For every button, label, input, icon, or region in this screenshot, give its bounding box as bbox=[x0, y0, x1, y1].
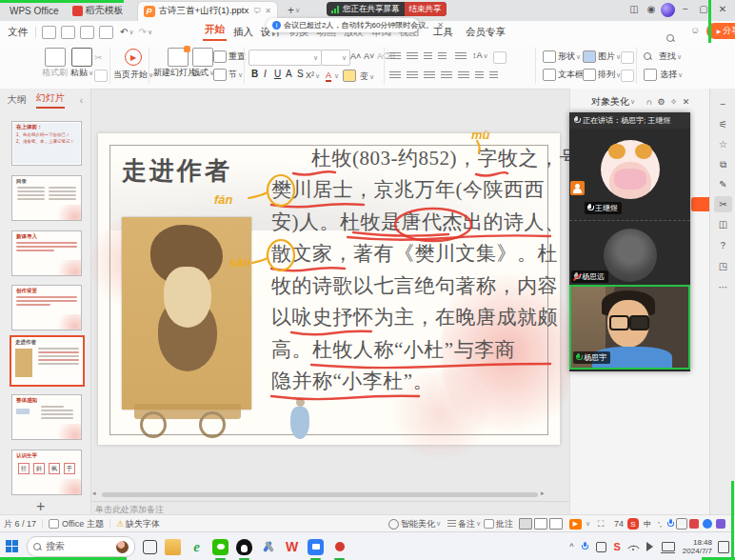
cut-icon[interactable]: ✂ bbox=[94, 52, 102, 63]
stop-sharing-button[interactable]: 结束共享 bbox=[405, 2, 447, 16]
tray-clock[interactable]: 18:48 2024/7/7 bbox=[683, 538, 712, 555]
redo-icon[interactable]: ↷ bbox=[139, 27, 147, 37]
wps-taskbar-icon[interactable]: W bbox=[284, 539, 300, 555]
slide-thumbnail-toc[interactable]: 目录 bbox=[11, 175, 82, 221]
gift-icon[interactable]: ◳ bbox=[714, 258, 732, 274]
underline-button[interactable]: U bbox=[274, 69, 281, 79]
ink-edit-icon[interactable]: ✎ bbox=[714, 176, 732, 192]
tray-expand-icon[interactable]: ^ bbox=[569, 542, 573, 551]
ime-skin-icon[interactable] bbox=[689, 519, 699, 529]
char-spacing-icon[interactable] bbox=[475, 71, 484, 80]
picture-button[interactable]: 图片∨ bbox=[583, 50, 621, 63]
font-color-button[interactable]: A bbox=[326, 70, 331, 82]
tab-outline[interactable]: 大纲 bbox=[8, 93, 27, 107]
slide-body-line[interactable]: 高。杜牧人称“小杜”与李商 bbox=[271, 336, 515, 363]
ime-sync-icon[interactable] bbox=[703, 519, 712, 529]
task-view-button[interactable] bbox=[143, 540, 157, 554]
pin-icon[interactable]: ✧ bbox=[667, 97, 680, 107]
file-explorer-icon[interactable] bbox=[165, 539, 181, 555]
slide-thumbnail-characters[interactable]: 认识生字 径 斜 枫 于 bbox=[11, 450, 82, 495]
paste-button[interactable]: 粘贴∨ bbox=[70, 48, 93, 79]
split-view-icon[interactable]: ◫ bbox=[626, 4, 642, 14]
skin-icon[interactable]: ◉ bbox=[644, 4, 659, 14]
beautify-cta-button-sliver[interactable] bbox=[691, 197, 710, 211]
normal-view-icon[interactable] bbox=[519, 518, 532, 530]
tray-volume-icon[interactable] bbox=[646, 542, 658, 551]
reset-button[interactable]: 重置 bbox=[213, 50, 246, 63]
slide-title[interactable]: 走进作者 bbox=[122, 154, 232, 188]
slide-body-line[interactable]: 牧的诗歌以七言绝句著称，内容 bbox=[271, 272, 558, 299]
slide-thumbnail-perception[interactable]: 整体感知 bbox=[11, 394, 82, 440]
ie-browser-icon[interactable]: e bbox=[189, 539, 205, 555]
ime-keyboard-icon[interactable] bbox=[676, 518, 687, 530]
line-spacing-icon[interactable]: ↕A∨ bbox=[472, 50, 488, 60]
slide-thumbnail-background[interactable]: 创作背景 bbox=[11, 285, 82, 330]
participant-tile-1[interactable]: 王继煜 bbox=[569, 129, 690, 221]
slideshow-play-button[interactable]: ▶ bbox=[569, 519, 582, 530]
comments-button[interactable]: 批注 bbox=[484, 518, 513, 530]
select-button[interactable]: 选择∨ bbox=[644, 69, 683, 81]
align-left-icon[interactable] bbox=[389, 71, 401, 80]
comment-bubble-icon[interactable]: 🗩 bbox=[253, 7, 261, 15]
reading-view-icon[interactable] bbox=[549, 518, 563, 530]
italic-button[interactable]: I bbox=[264, 69, 267, 79]
search-icon[interactable] bbox=[666, 34, 675, 43]
file-menu[interactable]: 文件 bbox=[6, 26, 30, 39]
fit-slide-icon[interactable]: ⛶ bbox=[598, 519, 604, 530]
horizontal-scrollbar[interactable] bbox=[102, 492, 538, 497]
section-button[interactable]: 节∨ bbox=[213, 69, 243, 81]
columns-icon[interactable] bbox=[455, 52, 467, 61]
start-button[interactable] bbox=[6, 540, 19, 553]
distribute-icon[interactable] bbox=[458, 71, 469, 80]
increase-indent-icon[interactable] bbox=[438, 52, 447, 61]
pane-chevron-icon[interactable]: ∨ bbox=[630, 98, 635, 106]
undo-chevron-icon[interactable]: ∨ bbox=[129, 29, 133, 36]
beautify-pane-title[interactable]: 对象美化 bbox=[591, 95, 629, 109]
help-circle-icon[interactable]: ？ bbox=[714, 237, 732, 253]
action-center-icon[interactable] bbox=[718, 541, 729, 553]
settings-gear-icon[interactable]: ⚙ bbox=[655, 97, 667, 107]
bold-button[interactable]: B bbox=[251, 69, 258, 79]
ime-toolbox-icon[interactable] bbox=[716, 519, 725, 529]
add-slide-button[interactable]: + bbox=[36, 498, 45, 515]
align-center-icon[interactable] bbox=[407, 71, 418, 80]
red-app-icon[interactable] bbox=[331, 539, 348, 555]
slide-body-line[interactable]: 隐并称“小李杜”。 bbox=[271, 368, 433, 394]
highlight-color-icon[interactable] bbox=[343, 70, 356, 82]
strike-button[interactable]: A bbox=[286, 69, 292, 79]
tray-ime-icon[interactable] bbox=[596, 542, 606, 552]
more-tools-icon[interactable]: ⋯ bbox=[714, 279, 732, 295]
hscroll-left-icon[interactable]: ◂ bbox=[92, 490, 96, 497]
voov-meeting-icon[interactable] bbox=[308, 539, 324, 555]
text-direction-icon[interactable] bbox=[493, 51, 507, 64]
smart-beautify-button[interactable]: 智能美化∨ bbox=[388, 518, 441, 530]
avatar-insert-icon[interactable] bbox=[621, 51, 634, 64]
tray-battery-icon[interactable] bbox=[662, 542, 675, 551]
tab-member[interactable]: 会员专享 bbox=[464, 26, 507, 39]
zoom-value[interactable]: 74 bbox=[614, 519, 624, 529]
superscript-button[interactable]: X²∨ bbox=[306, 70, 320, 80]
font-size-select[interactable]: ∨ bbox=[321, 50, 350, 66]
sogou-logo-icon[interactable]: S bbox=[627, 518, 639, 530]
justify-icon[interactable] bbox=[441, 71, 452, 80]
undo-icon[interactable]: ↶ bbox=[120, 27, 128, 37]
decrease-indent-icon[interactable] bbox=[424, 52, 432, 61]
close-pane-icon[interactable]: ✕ bbox=[680, 97, 692, 107]
slide-body-line[interactable]: 樊川居士，京兆万年(今陕西西 bbox=[271, 176, 545, 203]
slide-thumbnail-author-selected[interactable]: 走进作者 bbox=[10, 335, 85, 387]
tray-sogou-icon[interactable]: S bbox=[614, 541, 621, 552]
docer-tab[interactable]: 稻壳模板 bbox=[72, 4, 124, 17]
missing-font-label[interactable]: 缺失字体 bbox=[126, 518, 160, 530]
new-tab-button[interactable]: + bbox=[288, 4, 294, 17]
shapes-button[interactable]: 形状∨ bbox=[543, 50, 581, 63]
slide-body-line[interactable]: 安)人。杜牧是唐代杰出的诗人、 bbox=[271, 209, 566, 235]
support-headset-icon[interactable]: ∩ bbox=[643, 97, 655, 107]
participant-tile-3-video[interactable]: 杨思宇 bbox=[569, 285, 690, 370]
minimize-icon[interactable]: − bbox=[678, 4, 693, 14]
font-family-select[interactable]: ∨ bbox=[248, 50, 322, 66]
align-right-icon[interactable] bbox=[424, 71, 435, 80]
sorter-view-icon[interactable] bbox=[534, 518, 547, 530]
wechat-icon[interactable] bbox=[212, 539, 228, 555]
play-options-chevron-icon[interactable]: ∨ bbox=[586, 520, 590, 528]
tab-slides[interactable]: 幻灯片 bbox=[36, 91, 65, 109]
